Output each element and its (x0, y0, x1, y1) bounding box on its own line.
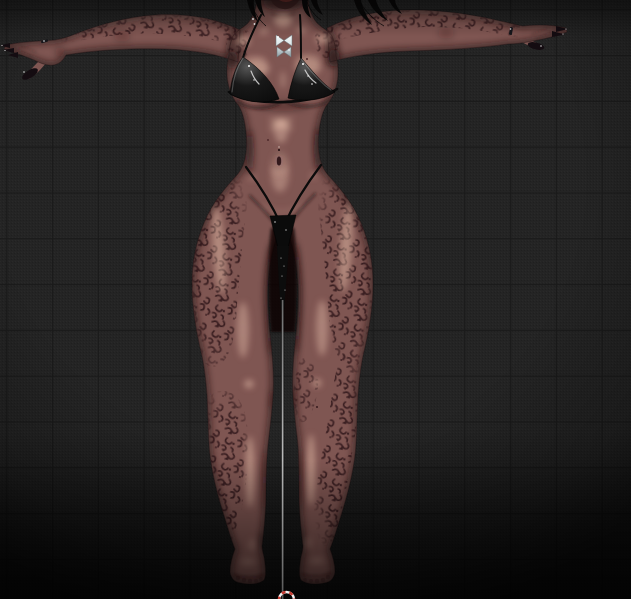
3d-viewport[interactable] (0, 0, 631, 599)
top-vignette (0, 0, 631, 36)
viewport-stage (0, 0, 631, 599)
bottom-vignette (0, 460, 631, 599)
